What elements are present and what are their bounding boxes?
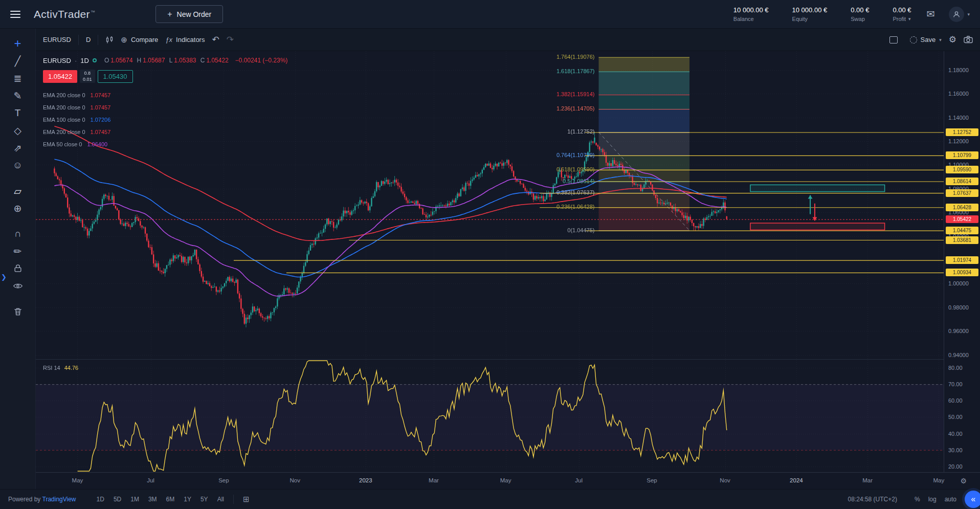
auto-scale-button[interactable]: auto [945, 496, 956, 503]
cloud-sync-icon [910, 36, 917, 43]
text-tool-icon[interactable]: T [0, 104, 36, 122]
rsi-label: RSI 14 [43, 365, 60, 371]
fib-retracement-icon[interactable]: ≣ [0, 70, 36, 87]
price-tick: 1.16000 [948, 91, 969, 97]
indicator-value: 1.06400 [87, 141, 107, 147]
price-axis[interactable]: 1.180001.160001.140001.120001.100001.080… [944, 51, 980, 472]
indicators-button[interactable]: ƒx Indicators [165, 36, 205, 43]
price-tick: 0.96000 [948, 328, 969, 334]
price-tick: 1.14000 [948, 115, 969, 121]
brush-icon[interactable]: ✎ [0, 87, 36, 104]
range-button-5y[interactable]: 5Y [201, 496, 208, 503]
new-order-button[interactable]: + New Order [155, 5, 223, 23]
compare-plus-icon: ⊕ [121, 35, 127, 45]
price-level-badge: 1.03681 [946, 236, 978, 244]
ohlc-key: L [169, 57, 173, 64]
range-button-6m[interactable]: 6M [166, 496, 175, 503]
price-tick: 1.00000 [948, 280, 969, 286]
time-axis[interactable]: ⚙ MayJulSepNov2023MarMayJulSepNov2024Mar… [36, 472, 980, 489]
panel-expand-chevron[interactable]: ❯ [1, 273, 7, 281]
magnet-icon[interactable]: ∩ [0, 225, 36, 242]
price-level-badge: 1.01974 [946, 256, 978, 264]
app-logo: ActivTrader™ [34, 8, 95, 20]
undo-icon[interactable]: ↶ [212, 34, 219, 45]
indicator-value: 1.07206 [91, 117, 111, 123]
chevron-down-icon[interactable]: ▾ [908, 16, 911, 21]
settings-gear-icon[interactable]: ⚙ [949, 34, 956, 45]
price-level-badge: 1.06428 [946, 204, 978, 211]
trash-icon[interactable] [0, 303, 36, 320]
save-button[interactable]: Save ▾ [910, 36, 942, 43]
range-button-all[interactable]: All [217, 496, 224, 503]
range-button-3m[interactable]: 3M [148, 496, 157, 503]
crosshair-icon[interactable]: + [0, 35, 36, 52]
price-tick: 1.12000 [948, 138, 969, 144]
redo-icon[interactable]: ↷ [227, 34, 234, 45]
chart-area: EURUSD · 1D O1.05674H1.05687L1.05383C1.0… [36, 51, 980, 489]
indicator-name: EMA 50 close 0 [43, 141, 82, 147]
rsi-tick: 50.00 [948, 414, 963, 420]
stat-label: Profit▾ [893, 16, 911, 22]
time-label: Nov [720, 477, 730, 483]
xabcd-pattern-icon[interactable]: ◇ [0, 122, 36, 139]
stat-profit: 0.00 €Profit▾ [893, 6, 911, 22]
axis-settings-gear-icon[interactable]: ⚙ [960, 477, 967, 485]
range-button-1y[interactable]: 1Y [184, 496, 191, 503]
collapse-fab[interactable]: « [965, 491, 980, 508]
time-label: Jul [575, 477, 583, 483]
timeframe-button[interactable]: D [86, 36, 91, 43]
powered-by: Powered by TradingView [8, 496, 76, 503]
ohlc-key: C [201, 57, 205, 64]
chevron-down-icon: ▾ [939, 37, 942, 42]
layout-grid-icon[interactable] [889, 36, 898, 43]
rsi-legend: RSI 14 44.76 [43, 365, 78, 371]
stat-value: 10 000.00 € [733, 6, 769, 14]
tradingview-link[interactable]: TradingView [42, 496, 76, 503]
forecast-icon[interactable]: ⇗ [0, 139, 36, 157]
sell-price-button[interactable]: 1.05422 [43, 70, 77, 83]
rsi-value: 44.76 [64, 365, 79, 371]
range-button-1m[interactable]: 1M [130, 496, 139, 503]
indicator-value: 1.07457 [91, 104, 111, 110]
range-button-1d[interactable]: 1D [97, 496, 104, 503]
time-label: Mar [429, 477, 439, 483]
time-label: 2023 [359, 477, 372, 483]
compare-button[interactable]: ⊕ Compare [121, 35, 158, 45]
price-tick: 0.94000 [948, 352, 969, 358]
user-menu[interactable]: ▾ [949, 7, 970, 22]
indicator-name: EMA 200 close 0 [43, 92, 85, 98]
symbol-button[interactable]: EURUSD [43, 36, 71, 43]
indicator-row: EMA 100 close 01.07206 [43, 114, 288, 126]
stat-label-text: Swap [851, 16, 865, 22]
time-label: Jul [147, 477, 154, 483]
price-level-badge: 1.10799 [946, 151, 978, 159]
trend-line-icon[interactable]: ╱ [0, 52, 36, 70]
price-level-badge: 1.00934 [946, 269, 978, 276]
chart-type-icon[interactable] [105, 36, 114, 44]
draw-pencil-icon[interactable]: ✏ [0, 242, 36, 260]
indicator-value: 1.07457 [91, 129, 111, 135]
measure-ruler-icon[interactable]: ▱ [0, 182, 36, 200]
price-level-badge: 1.04475 [946, 227, 978, 234]
ohlc-value: 1.05383 [174, 57, 196, 64]
buy-price-button[interactable]: 1.05430 [98, 70, 133, 83]
clock[interactable]: 08:24:58 (UTC+2) [848, 496, 897, 503]
range-button-5d[interactable]: 5D [114, 496, 121, 503]
legend-separator: · [75, 57, 77, 64]
time-label: 2024 [790, 477, 803, 483]
percent-scale-button[interactable]: % [915, 496, 920, 503]
menu-icon[interactable] [10, 11, 20, 18]
ohlc-value: 1.05674 [110, 57, 132, 64]
time-label: Mar [862, 477, 873, 483]
ohlc-value: 1.05687 [143, 57, 165, 64]
stat-swap: 0.00 €Swap [851, 6, 869, 22]
screenshot-camera-icon[interactable] [964, 36, 973, 43]
emoji-icon[interactable]: ☺ [0, 157, 36, 174]
zoom-in-icon[interactable]: ⊕ [0, 200, 36, 217]
mail-icon[interactable]: ✉ [927, 8, 935, 20]
log-scale-button[interactable]: log [928, 496, 937, 503]
function-icon: ƒx [165, 36, 172, 43]
adjust-timeframe-icon[interactable]: ⊞ [243, 495, 250, 504]
pip-step-value: 0.01 [83, 77, 92, 82]
price-tick: 1.18000 [948, 67, 969, 73]
